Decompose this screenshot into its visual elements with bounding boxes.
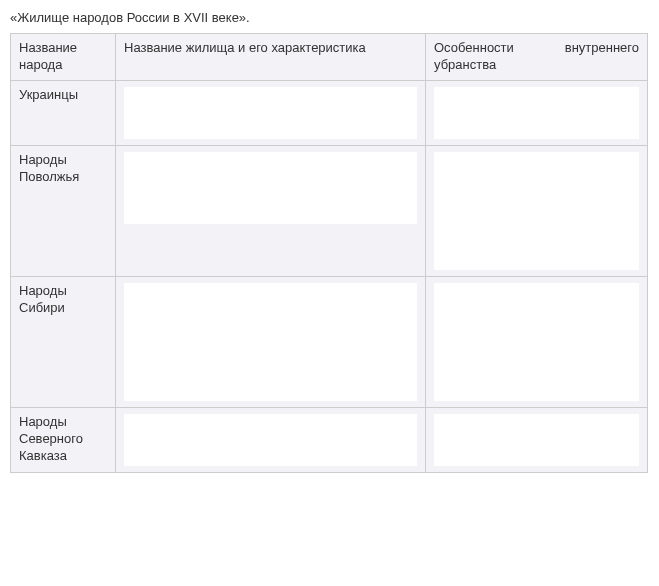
peoples-table: Название народа Название жилища и его ха… [10, 33, 648, 473]
table-row: Народы Поволжья [11, 145, 648, 276]
row-dwelling-cell [116, 80, 426, 145]
row-name-cell: Украинцы [11, 80, 116, 145]
header-dwelling: Название жилища и его характеристика [116, 34, 426, 81]
row-dwelling-cell [116, 145, 426, 276]
row-name-cell: Народы Поволжья [11, 145, 116, 276]
table-row: Народы Сибири [11, 276, 648, 407]
table-row: Народы Северного Кавказа [11, 407, 648, 472]
interior-input[interactable] [434, 152, 639, 270]
header-interior-word1: Особенности [434, 40, 514, 55]
table-header-row: Название народа Название жилища и его ха… [11, 34, 648, 81]
header-interior-word3: убранства [434, 57, 639, 74]
dwelling-input[interactable] [124, 283, 417, 401]
page-title: «Жилище народов России в XVII веке». [10, 10, 649, 25]
header-interior-word2: внутреннего [565, 40, 639, 55]
table-row: Украинцы [11, 80, 648, 145]
dwelling-input[interactable] [124, 152, 417, 224]
interior-input[interactable] [434, 87, 639, 139]
row-name-cell: Народы Сибири [11, 276, 116, 407]
row-interior-cell [426, 80, 648, 145]
header-people: Название народа [11, 34, 116, 81]
interior-input[interactable] [434, 414, 639, 466]
row-interior-cell [426, 145, 648, 276]
row-interior-cell [426, 276, 648, 407]
row-interior-cell [426, 407, 648, 472]
dwelling-input[interactable] [124, 87, 417, 139]
row-dwelling-cell [116, 276, 426, 407]
dwelling-input[interactable] [124, 414, 417, 466]
header-interior: Особенности внутреннего убранства [426, 34, 648, 81]
row-dwelling-cell [116, 407, 426, 472]
row-name-cell: Народы Северного Кавказа [11, 407, 116, 472]
interior-input[interactable] [434, 283, 639, 401]
